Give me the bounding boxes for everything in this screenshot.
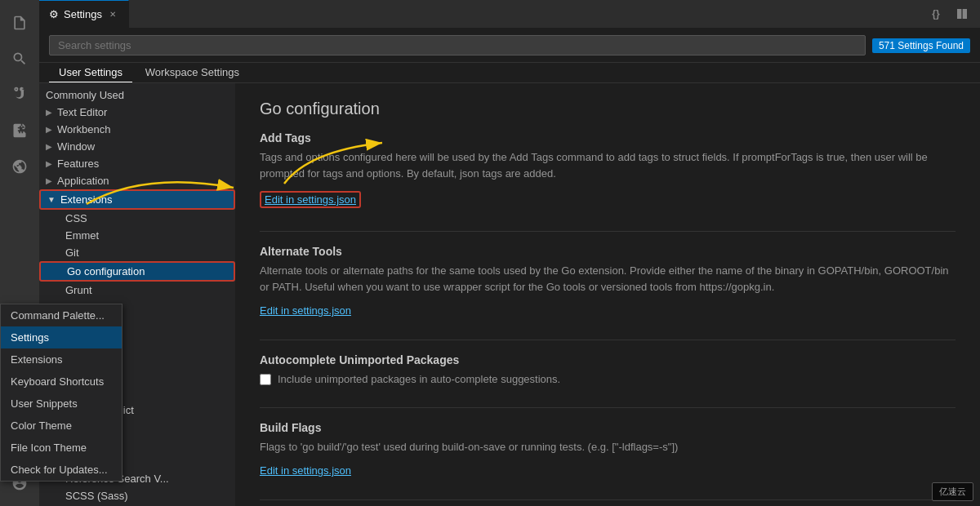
context-menu-item-check-for-updates[interactable]: Check for Updates... — [1, 459, 122, 481]
settings-tab-label: Settings — [64, 8, 102, 20]
extensions-icon[interactable] — [3, 114, 36, 147]
tree-item-features[interactable]: ▶ Features — [39, 155, 235, 172]
remote-icon[interactable] — [3, 150, 36, 183]
tree-item-go-config[interactable]: Go configuration — [39, 261, 235, 282]
alternate-tools-section: Alternate Tools Alternate tools or alter… — [260, 245, 956, 320]
tree-label: Emmet — [65, 229, 99, 242]
context-menu-item-user-snippets[interactable]: User Snippets — [1, 393, 122, 415]
tree-item-emmet[interactable]: Emmet — [39, 227, 235, 244]
settings-nav: User Settings Workspace Settings — [39, 63, 980, 83]
tree-label: Go configuration — [67, 265, 145, 277]
tree-label: Extensions — [60, 193, 113, 206]
split-editor-icon[interactable] — [951, 2, 973, 25]
content-split: Commonly Used ▶ Text Editor ▶ Workbench … — [39, 83, 980, 506]
tree-label: Window — [57, 140, 95, 153]
context-menu-item-extensions[interactable]: Extensions — [1, 348, 122, 371]
add-tags-description: Tags and options configured here will be… — [260, 149, 956, 181]
tree-item-commonly-used[interactable]: Commonly Used — [39, 87, 235, 104]
add-tags-edit-link[interactable]: Edit in settings.json — [260, 191, 361, 208]
context-menu-item-command-palette[interactable]: Command Palette... — [1, 304, 122, 326]
source-control-icon[interactable] — [3, 78, 36, 111]
tree-item-text-editor[interactable]: ▶ Text Editor — [39, 104, 235, 121]
alternate-tools-label: Alternate Tools — [260, 245, 956, 258]
tree-label: CSS — [65, 212, 87, 224]
search-input[interactable] — [49, 35, 866, 55]
main-area: ⚙ Settings ✕ {} 571 Settings Found User … — [39, 0, 980, 506]
tree-label: SCSS (Sass) — [65, 490, 128, 502]
add-tags-label: Add Tags — [260, 131, 956, 144]
autocomplete-checkbox[interactable] — [260, 374, 271, 385]
tree-label: Git — [65, 246, 79, 259]
tree-label: Grunt — [65, 284, 92, 296]
build-flags-label: Build Flags — [260, 421, 956, 434]
settings-tab-icon: ⚙ — [49, 8, 59, 20]
tree-item-workbench[interactable]: ▶ Workbench — [39, 121, 235, 138]
alternate-tools-edit-link[interactable]: Edit in settings.json — [260, 304, 351, 317]
tree-item-scss[interactable]: SCSS (Sass) — [39, 487, 235, 504]
autocomplete-label: Autocomplete Unimported Packages — [260, 353, 956, 366]
tree-item-css[interactable]: CSS — [39, 210, 235, 227]
context-menu-item-file-icon-theme[interactable]: File Icon Theme — [1, 437, 122, 459]
context-menu-item-settings[interactable]: Settings — [1, 326, 122, 348]
workspace-settings-tab[interactable]: Workspace Settings — [136, 63, 249, 82]
divider-4 — [260, 499, 956, 500]
tree-arrow: ▶ — [46, 142, 52, 151]
files-icon[interactable] — [3, 7, 36, 39]
tree-arrow: ▶ — [46, 108, 52, 117]
tab-bar: ⚙ Settings ✕ {} — [39, 0, 980, 29]
divider-1 — [260, 231, 956, 232]
add-tags-section: Add Tags Tags and options configured her… — [260, 131, 956, 211]
search-icon[interactable] — [3, 42, 36, 75]
tree-label: Workbench — [57, 123, 111, 135]
watermark: 亿速云 — [932, 482, 973, 501]
settings-content: Go configuration Add Tags Tags and optio… — [235, 83, 980, 506]
close-tab-icon[interactable]: ✕ — [107, 9, 118, 20]
autocomplete-checkbox-label: Include unimported packages in auto-comp… — [278, 371, 560, 388]
tree-arrow: ▼ — [47, 195, 56, 204]
divider-2 — [260, 340, 956, 340]
toolbar-right: {} — [924, 0, 980, 28]
context-menu: Command Palette... Settings Extensions K… — [0, 304, 122, 482]
tree-label: Features — [57, 158, 99, 170]
tree-arrow: ▶ — [46, 159, 52, 168]
build-flags-description: Flags to 'go build'/'go test' used durin… — [260, 439, 956, 455]
build-flags-section: Build Flags Flags to 'go build'/'go test… — [260, 421, 956, 481]
json-toolbar-icon[interactable]: {} — [924, 2, 947, 25]
settings-tab[interactable]: ⚙ Settings ✕ — [39, 0, 129, 28]
autocomplete-checkbox-row: Include unimported packages in auto-comp… — [260, 371, 956, 388]
context-menu-item-color-theme[interactable]: Color Theme — [1, 415, 122, 437]
tree-label: Commonly Used — [46, 89, 124, 101]
divider-3 — [260, 407, 956, 408]
tree-label: Text Editor — [57, 106, 107, 118]
search-badge: 571 Settings Found — [872, 38, 970, 53]
tree-arrow: ▶ — [46, 125, 52, 134]
alternate-tools-description: Alternate tools or alternate paths for t… — [260, 263, 956, 295]
tree-item-grunt[interactable]: Grunt — [39, 282, 235, 299]
tree-item-extensions[interactable]: ▼ Extensions — [39, 189, 235, 210]
build-flags-edit-link[interactable]: Edit in settings.json — [260, 464, 351, 477]
tree-item-window[interactable]: ▶ Window — [39, 138, 235, 155]
section-title: Go configuration — [260, 100, 956, 118]
autocomplete-section: Autocomplete Unimported Packages Include… — [260, 353, 956, 388]
activity-bar: Command Palette... Settings Extensions K… — [0, 0, 39, 506]
search-bar: 571 Settings Found — [39, 29, 980, 63]
tree-label: Application — [57, 175, 109, 187]
context-menu-item-keyboard-shortcuts[interactable]: Keyboard Shortcuts — [1, 371, 122, 393]
user-settings-tab[interactable]: User Settings — [49, 63, 132, 82]
tree-arrow: ▶ — [46, 176, 52, 185]
tree-item-application[interactable]: ▶ Application — [39, 172, 235, 189]
tree-item-git[interactable]: Git — [39, 244, 235, 261]
